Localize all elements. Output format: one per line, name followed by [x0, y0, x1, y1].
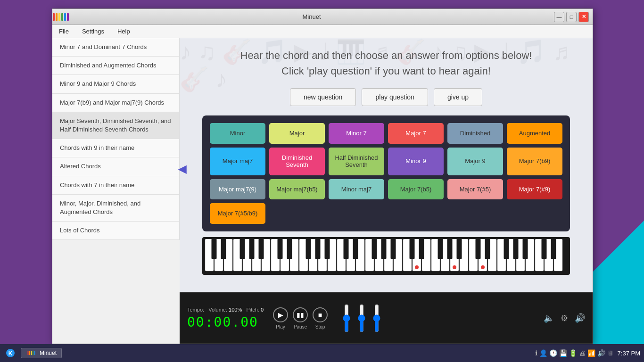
volume-icon[interactable]: 🔊	[575, 313, 585, 323]
svg-rect-43	[240, 239, 245, 259]
transport-icons: 🔈 ⚙ 🔊	[544, 313, 585, 323]
audio-icon[interactable]: 🔈	[544, 313, 554, 323]
menu-settings[interactable]: Settings	[79, 26, 107, 37]
pause-button[interactable]: ▮▮	[293, 307, 308, 322]
taskbar-app-item[interactable]: Minuet	[21, 348, 62, 358]
app-icon	[56, 12, 66, 22]
chord-grid: MinorMajorMinor 7Major 7DiminishedAugmen…	[210, 123, 562, 224]
slider-3[interactable]	[373, 304, 380, 332]
play-button[interactable]: ▶	[273, 307, 288, 322]
svg-rect-55	[391, 239, 396, 259]
rainbow-icon	[53, 13, 69, 21]
chord-button-12[interactable]: Major maj7(9)	[210, 179, 265, 200]
volume-label: Volume:	[208, 307, 227, 313]
chord-button-0[interactable]: Minor	[210, 123, 265, 144]
volume-value: 100%	[229, 307, 242, 313]
sidebar-item-0[interactable]: Minor 7 and Dominant 7 Chords	[52, 38, 179, 57]
instruction-line1: Hear the chord and then choose an answer…	[240, 48, 532, 63]
slider-2[interactable]	[358, 304, 365, 332]
play-label: Play	[276, 324, 285, 329]
sidebar-item-4[interactable]: Major Seventh, Diminished Seventh, and H…	[52, 112, 179, 139]
sidebar-item-1[interactable]: Diminished and Augmented Chords	[52, 57, 179, 75]
chord-button-2[interactable]: Minor 7	[329, 123, 384, 144]
chord-button-10[interactable]: Major 9	[447, 148, 503, 175]
sidebar-item-9[interactable]: Lots of Chords	[52, 222, 179, 240]
sidebar-item-3[interactable]: Major 7(b9) and Major maj7(9) Chords	[52, 94, 179, 112]
quiz-instruction: Hear the chord and then choose an answer…	[240, 48, 532, 79]
chord-button-18[interactable]: Major 7(#5/b9)	[210, 203, 265, 224]
svg-rect-44	[249, 239, 255, 259]
sidebar-item-2[interactable]: Minor 9 and Major 9 Chords	[52, 75, 179, 93]
clock: 7:37 PM	[618, 350, 640, 357]
transport-bar: Tempo: Volume: 100% Pitch: 0 00:00.00 ▶ …	[180, 292, 593, 344]
kde-logo: K	[6, 348, 15, 358]
chord-button-13[interactable]: Major maj7(b5)	[269, 179, 325, 200]
chord-button-9[interactable]: Minor 9	[388, 148, 444, 175]
give-up-button[interactable]: give up	[434, 88, 482, 106]
play-question-button[interactable]: play question	[362, 88, 428, 106]
maximize-button[interactable]: □	[566, 12, 577, 22]
chord-button-7[interactable]: Diminished Seventh	[269, 148, 325, 175]
svg-rect-65	[523, 239, 528, 259]
main-content: Minor 7 and Dominant 7 Chords Diminished…	[52, 38, 593, 344]
svg-rect-52	[353, 239, 358, 259]
chord-button-14[interactable]: Minor maj7	[329, 179, 384, 200]
chord-button-5[interactable]: Augmented	[507, 123, 562, 144]
pitch-value: 0	[261, 307, 264, 313]
svg-text:K: K	[8, 350, 13, 357]
svg-rect-53	[372, 239, 377, 259]
window-controls: — □ ✕	[554, 12, 589, 22]
chord-button-1[interactable]: Major	[269, 123, 325, 144]
sidebar-arrow-icon: ◀	[178, 163, 186, 175]
transport-controls: ▶ Play ▮▮ Pause ■ Stop	[273, 307, 328, 329]
piano-svg: /* rendered by JS below */	[204, 239, 568, 273]
svg-rect-45	[259, 239, 264, 259]
chord-button-11[interactable]: Major 7(b9)	[507, 148, 562, 175]
pitch-label: Pitch:	[246, 307, 259, 313]
start-button[interactable]: K	[4, 346, 17, 360]
svg-rect-59	[447, 239, 453, 259]
svg-rect-51	[344, 239, 349, 259]
piano-area: /* rendered by JS below */	[202, 237, 570, 275]
slider-1[interactable]	[343, 304, 350, 332]
menu-help[interactable]: Help	[115, 26, 133, 37]
svg-rect-58	[438, 239, 443, 259]
transport-info: Tempo: Volume: 100% Pitch: 0 00:00.00	[187, 307, 264, 330]
taskbar-right: ℹ 👤 🕐 💾 🔋 🖨 📶 🔊 🖥 7:37 PM	[535, 349, 640, 357]
window-title: Minuet	[69, 13, 554, 20]
minimize-button[interactable]: —	[554, 12, 564, 22]
chord-button-15[interactable]: Major 7(b5)	[388, 179, 444, 200]
slider-group	[343, 304, 380, 332]
instruction-line2: Click 'play question' if you want to hea…	[240, 63, 532, 79]
svg-point-32	[481, 265, 485, 269]
settings-icon[interactable]: ⚙	[561, 313, 568, 323]
svg-point-23	[415, 265, 419, 269]
chord-button-3[interactable]: Major 7	[388, 123, 444, 144]
system-tray-icons: ℹ 👤 🕐 💾 🔋 🖨 📶 🔊 🖥	[535, 349, 613, 357]
taskbar: K Minuet ℹ 👤 🕐 💾 🔋 🖨 📶 🔊 🖥 7:37 PM	[0, 344, 644, 362]
stop-button[interactable]: ■	[313, 307, 328, 322]
svg-rect-62	[485, 239, 490, 259]
close-button[interactable]: ✕	[578, 12, 589, 22]
chord-button-8[interactable]: Half Diminished Seventh	[329, 148, 384, 175]
sidebar-item-5[interactable]: Chords with 9 in their name	[52, 139, 179, 157]
sidebar-item-8[interactable]: Minor, Major, Diminished, and Augmented …	[52, 195, 179, 222]
tempo-label: Tempo:	[187, 307, 204, 313]
sidebar-wrapper: Minor 7 and Dominant 7 Chords Diminished…	[52, 38, 180, 344]
svg-rect-61	[476, 239, 481, 259]
chord-button-17[interactable]: Major 7(#9)	[507, 179, 562, 200]
app-window: Minuet — □ ✕ File Settings Help Minor 7 …	[52, 8, 593, 344]
menu-file[interactable]: File	[56, 26, 72, 37]
svg-rect-60	[457, 239, 462, 259]
chord-grid-container: MinorMajorMinor 7Major 7DiminishedAugmen…	[202, 115, 570, 231]
svg-rect-50	[325, 239, 330, 259]
pause-label: Pause	[294, 324, 307, 329]
sidebar-item-7[interactable]: Chords with 7 in their name	[52, 176, 179, 195]
chord-button-4[interactable]: Diminished	[447, 123, 503, 144]
chord-button-6[interactable]: Major maj7	[210, 148, 265, 175]
chord-button-16[interactable]: Major 7(#5)	[447, 179, 503, 200]
stop-label: Stop	[315, 324, 325, 329]
sidebar-item-6[interactable]: Altered Chords	[52, 157, 179, 176]
svg-rect-66	[542, 239, 547, 259]
new-question-button[interactable]: new question	[290, 88, 356, 106]
